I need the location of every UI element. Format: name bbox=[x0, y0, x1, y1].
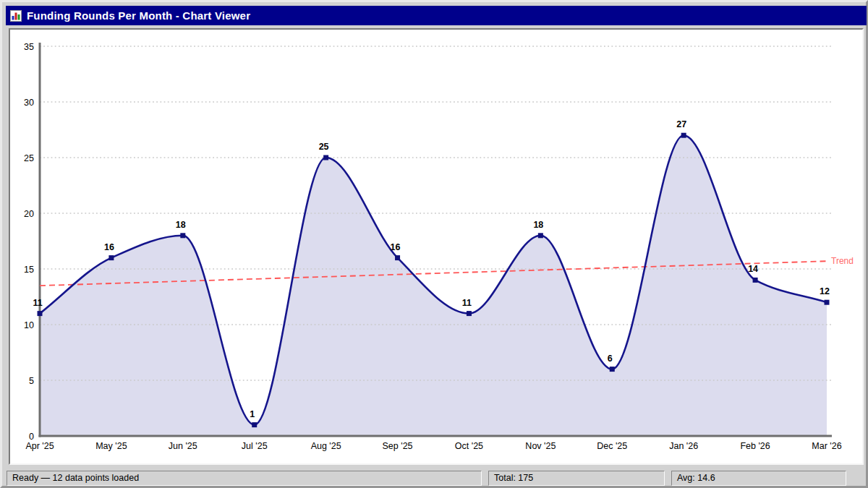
status-avg-panel: Avg: 14.6 bbox=[671, 471, 846, 486]
status-ready-text: Ready — 12 data points loaded bbox=[12, 473, 139, 483]
data-point-label: 12 bbox=[820, 286, 830, 296]
data-point-label: 11 bbox=[462, 298, 472, 308]
x-tick-label: May '25 bbox=[95, 441, 127, 451]
y-tick-label: 15 bbox=[24, 265, 34, 275]
y-tick-label: 20 bbox=[24, 209, 34, 219]
y-tick-label: 25 bbox=[24, 153, 34, 163]
x-tick-label: Jun '25 bbox=[169, 441, 197, 451]
data-point-label: 27 bbox=[676, 119, 686, 129]
data-point-marker bbox=[38, 311, 43, 316]
data-point-marker bbox=[681, 133, 686, 138]
data-point-marker bbox=[109, 255, 114, 260]
data-point-label: 14 bbox=[748, 264, 758, 274]
x-tick-label: Aug '25 bbox=[311, 441, 341, 451]
status-avg-text: Avg: 14.6 bbox=[677, 473, 715, 483]
data-point-marker bbox=[252, 422, 257, 427]
data-point-label: 1 bbox=[250, 409, 255, 419]
x-tick-label: Mar '26 bbox=[812, 441, 841, 451]
y-tick-label: 30 bbox=[24, 98, 34, 108]
bar-chart-icon bbox=[10, 10, 22, 22]
funding-chart: 05101520253035Apr '25May '25Jun '25Jul '… bbox=[10, 30, 862, 463]
area-fill bbox=[40, 135, 827, 436]
status-total-text: Total: 175 bbox=[494, 473, 533, 483]
window-title: Funding Rounds Per Month - Chart Viewer bbox=[27, 9, 250, 22]
trend-label: Trend bbox=[831, 256, 854, 266]
data-point-label: 16 bbox=[104, 242, 114, 252]
data-point-marker bbox=[538, 233, 543, 238]
title-bar[interactable]: Funding Rounds Per Month - Chart Viewer bbox=[6, 6, 867, 25]
chart-viewer-window: Funding Rounds Per Month - Chart Viewer … bbox=[0, 0, 868, 488]
y-tick-label: 0 bbox=[29, 432, 34, 442]
data-point-marker bbox=[395, 255, 400, 260]
x-tick-label: Sep '25 bbox=[383, 441, 413, 451]
x-tick-label: Feb '26 bbox=[740, 441, 770, 451]
x-tick-label: Apr '25 bbox=[25, 441, 54, 451]
data-point-label: 25 bbox=[319, 142, 329, 152]
data-point-marker bbox=[323, 155, 328, 160]
y-tick-label: 35 bbox=[24, 42, 34, 52]
x-tick-label: Dec '25 bbox=[597, 441, 627, 451]
status-ready-panel: Ready — 12 data points loaded bbox=[7, 471, 482, 486]
data-point-marker bbox=[753, 278, 758, 283]
status-bar: Ready — 12 data points loaded Total: 175… bbox=[2, 471, 868, 486]
data-point-label: 18 bbox=[176, 220, 186, 230]
data-point-marker bbox=[467, 311, 472, 316]
y-tick-label: 10 bbox=[24, 320, 34, 330]
data-point-marker bbox=[825, 300, 830, 305]
chart-panel: 05101520253035Apr '25May '25Jun '25Jul '… bbox=[9, 28, 864, 465]
data-point-label: 18 bbox=[533, 220, 543, 230]
data-point-marker bbox=[610, 367, 615, 372]
y-tick-label: 5 bbox=[29, 376, 34, 386]
x-tick-label: Jan '26 bbox=[669, 441, 698, 451]
data-point-label: 11 bbox=[33, 298, 42, 308]
data-point-label: 16 bbox=[391, 242, 401, 252]
data-point-label: 6 bbox=[608, 354, 613, 364]
x-tick-label: Nov '25 bbox=[525, 441, 556, 451]
x-tick-label: Oct '25 bbox=[455, 441, 483, 451]
data-point-marker bbox=[180, 233, 185, 238]
x-tick-label: Jul '25 bbox=[242, 441, 268, 451]
status-total-panel: Total: 175 bbox=[488, 471, 665, 486]
